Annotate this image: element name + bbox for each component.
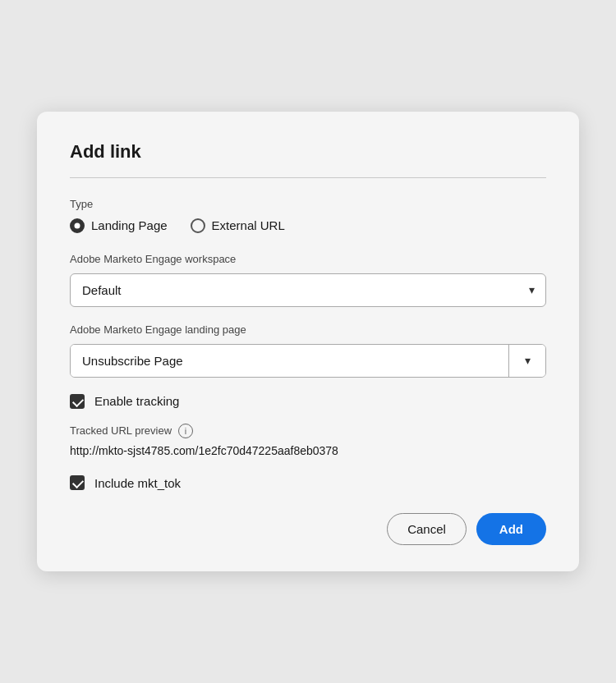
cancel-button[interactable]: Cancel	[387, 513, 467, 545]
include-mkt-tok-label: Include mkt_tok	[94, 476, 181, 490]
landing-page-select[interactable]: Unsubscribe Page Home Page Contact Page	[71, 345, 508, 377]
footer-buttons: Cancel Add	[70, 513, 546, 545]
radio-landing-page-label: Landing Page	[91, 218, 168, 232]
tracked-url-section: Tracked URL preview i http://mkto-sjst47…	[70, 424, 546, 460]
radio-option-external-url[interactable]: External URL	[191, 218, 285, 233]
enable-tracking-checkbox[interactable]	[70, 394, 85, 409]
landing-page-chevron-button[interactable]: ▾	[509, 345, 545, 377]
info-icon[interactable]: i	[178, 424, 193, 438]
dialog-title: Add link	[70, 141, 546, 163]
type-radio-group: Landing Page External URL	[70, 218, 546, 233]
include-mkt-tok-row: Include mkt_tok	[70, 475, 546, 490]
tracked-url-value: http://mkto-sjst4785.com/1e2fc70d47225aa…	[70, 443, 546, 460]
add-link-dialog: Add link Type Landing Page External URL …	[37, 112, 579, 572]
radio-external-url[interactable]	[191, 218, 205, 233]
workspace-select[interactable]: Default Workspace A Workspace B	[70, 273, 546, 307]
workspace-label: Adobe Marketo Engage workspace	[70, 253, 546, 265]
include-mkt-tok-checkbox[interactable]	[70, 475, 85, 490]
divider	[70, 177, 546, 178]
radio-landing-page[interactable]	[70, 218, 85, 233]
landing-page-section: Adobe Marketo Engage landing page Unsubs…	[70, 323, 546, 378]
type-label: Type	[70, 198, 546, 210]
tracked-url-label-row: Tracked URL preview i	[70, 424, 546, 438]
type-section: Type Landing Page External URL	[70, 198, 546, 233]
enable-tracking-label: Enable tracking	[94, 394, 179, 408]
workspace-section: Adobe Marketo Engage workspace Default W…	[70, 253, 546, 307]
landing-page-label: Adobe Marketo Engage landing page	[70, 323, 546, 336]
landing-page-select-wrapper: Unsubscribe Page Home Page Contact Page …	[70, 344, 546, 378]
radio-external-url-label: External URL	[212, 218, 285, 232]
enable-tracking-row: Enable tracking	[70, 394, 546, 409]
add-button[interactable]: Add	[476, 513, 546, 545]
radio-option-landing-page[interactable]: Landing Page	[70, 218, 168, 233]
workspace-select-wrapper: Default Workspace A Workspace B ▾	[70, 273, 546, 307]
tracked-url-label: Tracked URL preview	[70, 424, 172, 437]
